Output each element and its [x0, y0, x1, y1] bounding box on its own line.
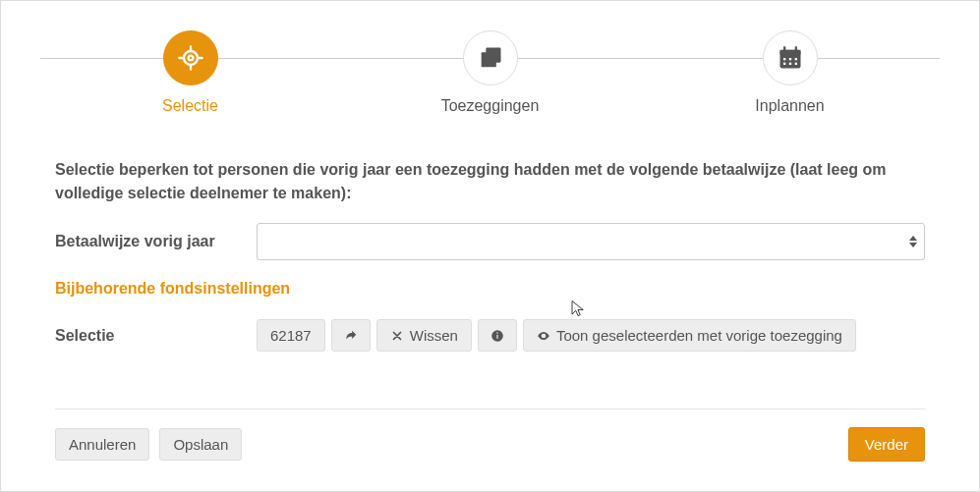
toon-text: Toon geselecteerden met vorige toezeggin… — [556, 327, 842, 344]
svg-rect-7 — [788, 58, 790, 60]
step-label: Inplannen — [755, 97, 824, 115]
svg-rect-3 — [779, 50, 800, 55]
selectie-row: Selectie 62187 Wissen Toon geselecteer — [55, 319, 925, 352]
share-icon — [344, 329, 358, 343]
svg-rect-4 — [783, 46, 785, 52]
opslaan-button[interactable]: Opslaan — [159, 428, 242, 461]
wissen-text: Wissen — [410, 327, 458, 344]
betaalwijze-row: Betaalwijze vorig jaar — [55, 223, 925, 260]
footer: Annuleren Opslaan Verder — [55, 409, 925, 462]
step-toezeggingen[interactable]: Toezeggingen — [392, 30, 589, 115]
step-label: Selectie — [162, 97, 218, 115]
info-button[interactable] — [478, 319, 517, 352]
selectie-id-button[interactable]: 62187 — [257, 319, 325, 352]
svg-rect-13 — [496, 334, 497, 338]
annuleren-button[interactable]: Annuleren — [55, 428, 149, 461]
stepper: Selectie Toezeggingen Inplannen — [40, 30, 940, 138]
svg-point-14 — [496, 332, 498, 334]
betaalwijze-select-wrap — [257, 223, 925, 260]
svg-rect-1 — [486, 48, 500, 63]
wissen-button[interactable]: Wissen — [376, 319, 472, 352]
close-icon — [390, 329, 404, 343]
eye-icon — [537, 329, 550, 343]
svg-rect-9 — [783, 63, 785, 65]
svg-rect-8 — [794, 58, 796, 60]
stepper-steps: Selectie Toezeggingen Inplannen — [40, 30, 940, 115]
intro-text: Selectie beperken tot personen die vorig… — [55, 158, 925, 205]
section-title: Bijbehorende fondsinstellingen — [55, 280, 925, 298]
svg-rect-10 — [788, 63, 790, 65]
betaalwijze-select[interactable] — [257, 223, 925, 260]
step-inplannen[interactable]: Inplannen — [692, 30, 889, 115]
selectie-label: Selectie — [55, 327, 257, 345]
toon-button[interactable]: Toon geselecteerden met vorige toezeggin… — [523, 319, 856, 352]
svg-rect-11 — [794, 63, 796, 65]
betaalwijze-label: Betaalwijze vorig jaar — [55, 233, 257, 250]
svg-rect-6 — [783, 58, 785, 60]
svg-rect-5 — [794, 46, 796, 52]
step-selectie[interactable]: Selectie — [92, 30, 289, 115]
share-button[interactable] — [331, 319, 371, 352]
calendar-icon — [763, 30, 818, 85]
selectie-id-text: 62187 — [270, 327, 312, 344]
verder-button[interactable]: Verder — [848, 427, 925, 462]
wizard-panel: Selectie Toezeggingen Inplannen Selectie… — [0, 0, 980, 492]
step-label: Toezeggingen — [441, 97, 540, 115]
footer-left: Annuleren Opslaan — [55, 428, 242, 461]
target-icon — [163, 30, 218, 85]
selectie-buttons: 62187 Wissen Toon geselecteerden met vor… — [257, 319, 856, 352]
content: Selectie beperken tot personen die vorig… — [1, 158, 979, 352]
info-icon — [490, 329, 504, 343]
svg-point-15 — [543, 334, 545, 336]
copy-icon — [463, 30, 518, 85]
